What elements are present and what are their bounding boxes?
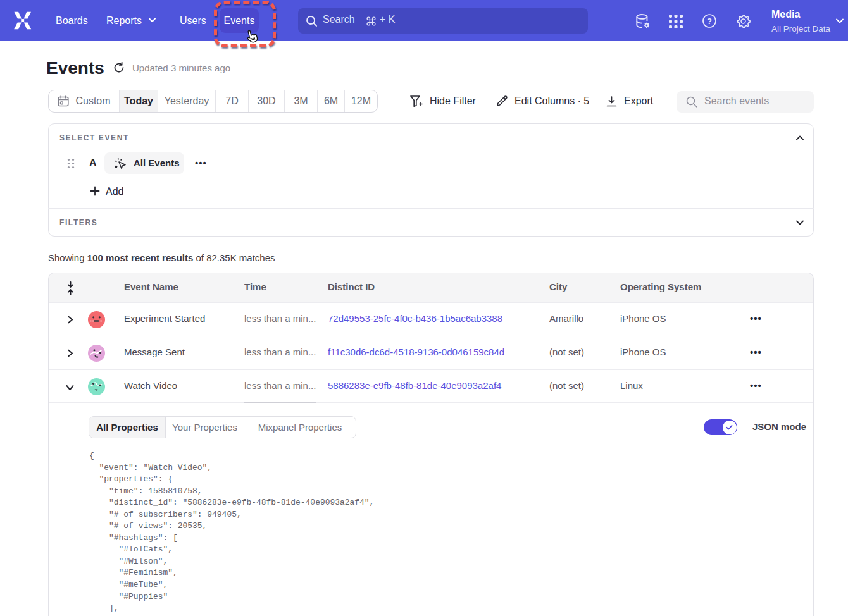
svg-text:?: ? bbox=[707, 16, 712, 26]
